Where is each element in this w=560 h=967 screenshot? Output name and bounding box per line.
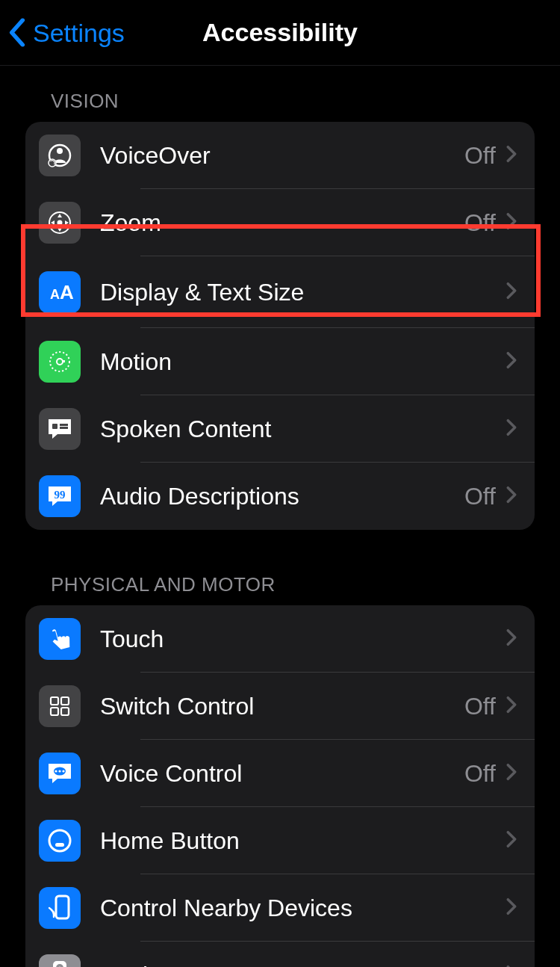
svg-rect-21: [61, 708, 69, 715]
row-label: Zoom: [100, 209, 464, 237]
home-button-icon: [39, 820, 81, 862]
audio-descriptions-icon: 99: [39, 475, 81, 517]
row-motion[interactable]: Motion: [25, 328, 535, 395]
back-label: Settings: [33, 18, 125, 47]
row-label: VoiceOver: [100, 142, 464, 170]
row-value: Off: [464, 483, 496, 510]
chevron-right-icon: [506, 628, 517, 649]
row-label: Motion: [100, 348, 506, 376]
row-voice-control[interactable]: Voice Control Off: [25, 740, 535, 807]
svg-text:A: A: [60, 281, 74, 303]
row-display-text-size[interactable]: AA Display & Text Size: [25, 256, 535, 328]
motion-icon: [39, 341, 81, 383]
row-label: Control Nearby Devices: [100, 895, 506, 922]
svg-point-25: [62, 770, 64, 772]
chevron-right-icon: [506, 282, 517, 303]
chevron-right-icon: [506, 763, 517, 784]
section-header-vision: VISION: [0, 66, 560, 122]
tv-remote-icon: [39, 954, 81, 967]
row-label: Home Button: [100, 827, 506, 855]
touch-icon: [39, 618, 81, 660]
nav-header: Settings Accessibility: [0, 0, 560, 66]
back-button[interactable]: Settings: [9, 18, 125, 47]
row-zoom[interactable]: Zoom Off: [25, 189, 535, 256]
row-label: Voice Control: [100, 760, 464, 788]
svg-rect-15: [60, 424, 68, 426]
chevron-right-icon: [506, 145, 517, 166]
row-voiceover[interactable]: VoiceOver Off: [25, 122, 535, 189]
svg-rect-16: [60, 427, 68, 429]
row-label: Display & Text Size: [100, 279, 506, 306]
chevron-right-icon: [506, 830, 517, 851]
svg-rect-14: [52, 424, 57, 429]
group-physical: Touch Switch Control Off Voice Control O…: [25, 605, 535, 967]
row-label: Switch Control: [100, 693, 464, 720]
svg-point-24: [58, 770, 60, 772]
svg-point-4: [57, 220, 63, 226]
chevron-right-icon: [506, 351, 517, 372]
chevron-right-icon: [506, 696, 517, 717]
row-apple-tv-remote[interactable]: Apple TV Remote: [25, 942, 535, 967]
svg-rect-19: [61, 697, 69, 705]
voice-control-icon: [39, 753, 81, 794]
svg-text:99: 99: [55, 489, 66, 501]
chevron-right-icon: [506, 418, 517, 439]
row-value: Off: [464, 693, 496, 720]
svg-point-26: [49, 830, 70, 851]
group-vision: VoiceOver Off Zoom Off AA Display & Text…: [25, 122, 535, 530]
svg-point-11: [50, 352, 69, 371]
svg-text:A: A: [50, 287, 60, 302]
svg-rect-28: [56, 896, 69, 918]
chevron-left-icon: [9, 19, 25, 47]
chevron-right-icon: [506, 212, 517, 233]
svg-marker-7: [51, 220, 55, 225]
nearby-devices-icon: [39, 887, 81, 929]
svg-point-12: [57, 359, 63, 365]
switch-control-icon: [39, 685, 81, 727]
svg-marker-6: [57, 228, 62, 232]
svg-point-23: [55, 770, 57, 772]
svg-rect-13: [62, 360, 65, 362]
svg-rect-27: [55, 843, 64, 847]
row-switch-control[interactable]: Switch Control Off: [25, 673, 535, 740]
svg-rect-20: [51, 708, 58, 715]
chevron-right-icon: [506, 486, 517, 507]
text-size-icon: AA: [39, 271, 81, 313]
row-value: Off: [464, 760, 496, 788]
svg-rect-18: [51, 697, 58, 705]
voiceover-icon: [39, 135, 81, 176]
row-value: Off: [464, 209, 496, 237]
row-touch[interactable]: Touch: [25, 605, 535, 673]
zoom-icon: [39, 202, 81, 244]
chevron-right-icon: [506, 898, 517, 918]
svg-marker-5: [57, 214, 62, 217]
row-label: Audio Descriptions: [100, 483, 464, 510]
row-audio-descriptions[interactable]: 99 Audio Descriptions Off: [25, 463, 535, 530]
svg-marker-8: [65, 220, 69, 225]
svg-point-1: [57, 148, 63, 154]
row-home-button[interactable]: Home Button: [25, 807, 535, 874]
row-label: Apple TV Remote: [100, 962, 506, 968]
row-control-nearby-devices[interactable]: Control Nearby Devices: [25, 874, 535, 942]
row-value: Off: [464, 142, 496, 170]
row-label: Spoken Content: [100, 415, 506, 443]
row-spoken-content[interactable]: Spoken Content: [25, 395, 535, 463]
spoken-content-icon: [39, 408, 81, 450]
row-label: Touch: [100, 625, 506, 653]
section-header-physical: PHYSICAL AND MOTOR: [0, 530, 560, 605]
